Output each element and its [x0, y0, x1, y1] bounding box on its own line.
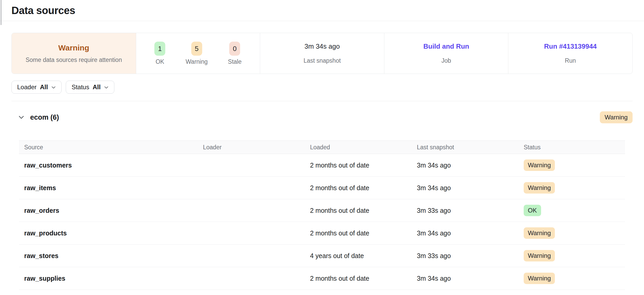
run-label: Run	[565, 57, 576, 64]
filter-bar: Loader All Status All	[11, 81, 633, 94]
source-cell: raw_products	[19, 222, 203, 245]
summary-bar: Warning Some data sources require attent…	[11, 33, 633, 74]
overall-status-title: Warning	[58, 43, 89, 52]
loader-cell	[203, 245, 310, 267]
last-snapshot-cell: 3m 33s ago	[417, 199, 524, 222]
overall-status-subtitle: Some data sources require attention	[25, 56, 122, 63]
status-cell: OK	[524, 199, 625, 222]
loader-filter-button[interactable]: Loader All	[11, 81, 62, 94]
run-card: Run #413139944 Run	[508, 33, 632, 74]
loader-cell	[203, 267, 310, 290]
stale-count-label: Stale	[228, 58, 241, 65]
source-cell: raw_supplies	[19, 267, 203, 290]
last-snapshot-cell: 3m 34s ago	[417, 222, 524, 245]
status-cell: Warning	[524, 177, 625, 199]
warning-count-stat: 5 Warning	[186, 42, 208, 65]
table-row: raw_stores 4 years out of date 3m 33s ag…	[19, 245, 625, 267]
overall-status-card: Warning Some data sources require attent…	[12, 33, 136, 74]
stale-count-stat: 0 Stale	[228, 42, 241, 65]
status-cell: Warning	[524, 245, 625, 267]
warning-count-pill: 5	[191, 42, 202, 56]
source-cell: raw_items	[19, 177, 203, 199]
table-row: raw_customers 2 months out of date 3m 34…	[19, 154, 625, 177]
warning-count-label: Warning	[186, 58, 208, 65]
page-title: Data sources	[11, 5, 75, 16]
ok-count-pill: 1	[154, 42, 165, 56]
chevron-down-icon[interactable]	[18, 115, 24, 119]
column-header-status: Status	[524, 141, 625, 154]
page-header: Data sources	[0, 0, 644, 21]
window-edge-mark	[1, 0, 1, 25]
status-badge: Warning	[524, 159, 555, 171]
loaded-cell: 2 months out of date	[310, 199, 417, 222]
loader-cell	[203, 154, 310, 177]
status-badge: Warning	[524, 227, 555, 239]
column-header-source: Source	[19, 141, 203, 154]
loaded-cell: 2 months out of date	[310, 177, 417, 199]
ok-count-label: OK	[156, 58, 164, 65]
stale-count-pill: 0	[229, 42, 240, 56]
status-cell: Warning	[524, 267, 625, 290]
last-snapshot-label: Last snapshot	[304, 57, 341, 64]
filters-divider	[11, 101, 633, 101]
table-header: Source Loader Loaded Last snapshot Statu…	[19, 141, 625, 154]
column-header-loader: Loader	[203, 141, 310, 154]
last-snapshot-cell: 3m 34s ago	[417, 154, 524, 177]
ok-count-stat: 1 OK	[154, 42, 165, 65]
source-cell: raw_orders	[19, 199, 203, 222]
status-cell: Warning	[524, 222, 625, 245]
last-snapshot-cell: 3m 34s ago	[417, 267, 524, 290]
main-content: Warning Some data sources require attent…	[0, 33, 644, 290]
status-filter-button[interactable]: Status All	[66, 81, 114, 94]
status-filter-label: Status	[71, 84, 89, 91]
source-cell: raw_stores	[19, 245, 203, 267]
last-snapshot-value: 3m 34s ago	[305, 42, 340, 50]
table-row: raw_items 2 months out of date 3m 34s ag…	[19, 177, 625, 199]
loader-cell	[203, 177, 310, 199]
loader-filter-value: All	[40, 84, 48, 91]
last-snapshot-card: 3m 34s ago Last snapshot	[260, 33, 384, 74]
last-snapshot-cell: 3m 33s ago	[417, 245, 524, 267]
source-cell: raw_customers	[19, 154, 203, 177]
group-title: ecom (6)	[30, 113, 59, 121]
chevron-down-icon	[104, 86, 109, 89]
loaded-cell: 2 months out of date	[310, 267, 417, 290]
job-link[interactable]: Build and Run	[423, 42, 469, 50]
loader-filter-label: Loader	[17, 84, 37, 91]
table-row: raw_orders 2 months out of date 3m 33s a…	[19, 199, 625, 222]
loaded-cell: 2 months out of date	[310, 154, 417, 177]
column-header-loaded: Loaded	[310, 141, 417, 154]
group-header[interactable]: ecom (6) Warning	[11, 110, 633, 125]
status-badge: Warning	[524, 273, 555, 284]
loader-cell	[203, 199, 310, 222]
job-card: Build and Run Job	[384, 33, 508, 74]
chevron-down-icon	[51, 86, 56, 89]
status-badge: Warning	[524, 182, 555, 194]
status-cell: Warning	[524, 154, 625, 177]
data-sources-table: Source Loader Loaded Last snapshot Statu…	[19, 140, 625, 290]
column-header-last-snapshot: Last snapshot	[417, 141, 524, 154]
table-row: raw_supplies 2 months out of date 3m 34s…	[19, 267, 625, 290]
last-snapshot-cell: 3m 34s ago	[417, 177, 524, 199]
group-status-badge: Warning	[600, 111, 633, 123]
status-badge: OK	[524, 205, 541, 216]
job-label: Job	[442, 57, 451, 64]
status-badge: Warning	[524, 250, 555, 261]
run-link[interactable]: Run #413139944	[544, 42, 597, 50]
status-counts-card: 1 OK 5 Warning 0 Stale	[136, 33, 260, 74]
loader-cell	[203, 222, 310, 245]
loaded-cell: 2 months out of date	[310, 222, 417, 245]
loaded-cell: 4 years out of date	[310, 245, 417, 267]
status-filter-value: All	[93, 84, 101, 91]
table-row: raw_products 2 months out of date 3m 34s…	[19, 222, 625, 245]
